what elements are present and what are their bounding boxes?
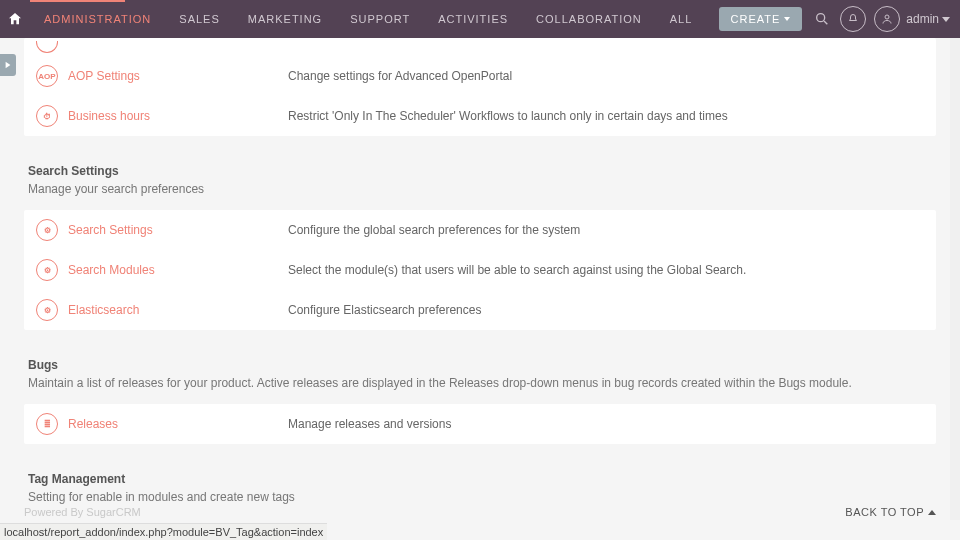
back-to-top-button[interactable]: BACK TO TOP <box>845 506 936 518</box>
row-description: Configure the global search preferences … <box>288 223 580 237</box>
browser-status-bar: localhost/report_addon/index.php?module=… <box>0 523 327 540</box>
person-icon <box>881 13 893 25</box>
setting-row: ⚙ Elasticsearch Configure Elasticsearch … <box>24 290 936 330</box>
partial-row <box>24 38 936 56</box>
clock-icon: ⏱ <box>36 105 58 127</box>
settings-icon <box>36 41 58 53</box>
svg-point-0 <box>817 14 825 22</box>
magnifier-icon <box>814 11 830 27</box>
gear-icon: ⚙ <box>36 219 58 241</box>
admin-menu[interactable]: admin <box>906 12 950 26</box>
row-description: Select the module(s) that users will be … <box>288 263 746 277</box>
nav-activities[interactable]: ACTIVITIES <box>424 0 522 38</box>
triangle-up-icon <box>928 510 936 515</box>
notifications-button[interactable] <box>840 6 866 32</box>
business-hours-link[interactable]: Business hours <box>68 109 288 123</box>
releases-link[interactable]: Releases <box>68 417 288 431</box>
search-settings-link[interactable]: Search Settings <box>68 223 288 237</box>
nav-sales[interactable]: SALES <box>165 0 233 38</box>
nav-items: ADMINISTRATION SALES MARKETING SUPPORT A… <box>30 0 706 38</box>
nav-support[interactable]: SUPPORT <box>336 0 424 38</box>
aop-icon: AOP <box>36 65 58 87</box>
scrollbar-track[interactable] <box>950 12 960 520</box>
elasticsearch-link[interactable]: Elasticsearch <box>68 303 288 317</box>
caret-down-icon <box>784 17 790 21</box>
gear-icon: ⚙ <box>36 299 58 321</box>
list-icon: ≣ <box>36 413 58 435</box>
nav-all[interactable]: ALL <box>656 0 707 38</box>
setting-row: ⏱ Business hours Restrict 'Only In The S… <box>24 96 936 136</box>
setting-row: ⚙ Search Modules Select the module(s) th… <box>24 250 936 290</box>
admin-username: admin <box>906 12 939 26</box>
section-subtitle: Setting for enable in modules and create… <box>28 490 936 504</box>
powered-by: Powered By SugarCRM <box>24 506 141 518</box>
triangle-right-icon <box>4 61 12 69</box>
side-expand-tab[interactable] <box>0 54 16 76</box>
top-nav-bar: ADMINISTRATION SALES MARKETING SUPPORT A… <box>0 0 960 38</box>
section-title: Search Settings <box>28 164 936 178</box>
section-header: Bugs Maintain a list of releases for you… <box>24 342 936 404</box>
row-description: Manage releases and versions <box>288 417 451 431</box>
section-header: Search Settings Manage your search prefe… <box>24 148 936 210</box>
row-description: Configure Elasticsearch preferences <box>288 303 481 317</box>
home-icon <box>7 11 23 27</box>
search-modules-link[interactable]: Search Modules <box>68 263 288 277</box>
nav-administration[interactable]: ADMINISTRATION <box>30 0 165 38</box>
setting-row: AOP AOP Settings Change settings for Adv… <box>24 56 936 96</box>
nav-collaboration[interactable]: COLLABORATION <box>522 0 656 38</box>
section-subtitle: Manage your search preferences <box>28 182 936 196</box>
create-button[interactable]: CREATE <box>719 7 803 31</box>
caret-down-icon <box>942 17 950 22</box>
section-title: Bugs <box>28 358 936 372</box>
section-panel: ⚙ Search Settings Configure the global s… <box>24 210 936 330</box>
section-title: Tag Management <box>28 472 936 486</box>
setting-row: ⚙ Search Settings Configure the global s… <box>24 210 936 250</box>
search-button[interactable] <box>812 11 832 27</box>
section-subtitle: Maintain a list of releases for your pro… <box>28 376 936 390</box>
bell-icon <box>847 13 859 25</box>
home-button[interactable] <box>0 0 30 38</box>
section-panel: AOP AOP Settings Change settings for Adv… <box>24 38 936 136</box>
admin-content: AOP AOP Settings Change settings for Adv… <box>0 38 960 518</box>
nav-marketing[interactable]: MARKETING <box>234 0 336 38</box>
create-label: CREATE <box>731 13 781 25</box>
active-tab-accent <box>30 0 125 2</box>
page-footer: Powered By SugarCRM BACK TO TOP <box>0 506 960 518</box>
section-panel: ≣ Releases Manage releases and versions <box>24 404 936 444</box>
aop-settings-link[interactable]: AOP Settings <box>68 69 288 83</box>
svg-point-2 <box>885 15 889 19</box>
svg-line-1 <box>824 21 827 24</box>
back-to-top-label: BACK TO TOP <box>845 506 924 518</box>
row-description: Change settings for Advanced OpenPortal <box>288 69 512 83</box>
user-avatar[interactable] <box>874 6 900 32</box>
row-description: Restrict 'Only In The Scheduler' Workflo… <box>288 109 728 123</box>
gear-icon: ⚙ <box>36 259 58 281</box>
setting-row: ≣ Releases Manage releases and versions <box>24 404 936 444</box>
